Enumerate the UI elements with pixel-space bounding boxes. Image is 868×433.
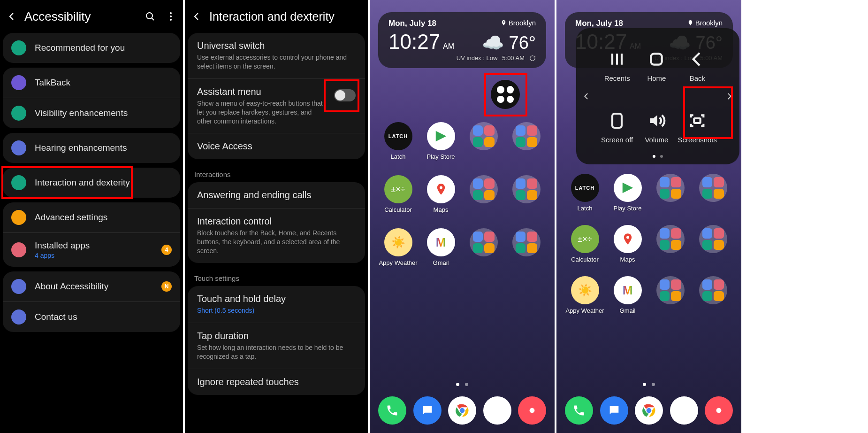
settings-row[interactable]: Recommended for you	[3, 33, 180, 63]
app-label: Calculator	[571, 256, 599, 263]
back-icon[interactable]	[6, 10, 18, 23]
app-icon[interactable]: Maps	[421, 175, 461, 213]
app-icon[interactable]: MGmail	[608, 276, 647, 314]
app-folder[interactable]	[650, 276, 690, 314]
assistant-menu-back[interactable]: Back	[678, 37, 717, 94]
location-text: Brooklyn	[501, 19, 536, 27]
camera-icon[interactable]	[518, 396, 546, 425]
row-badge: 4	[161, 245, 172, 255]
settings-row[interactable]: Hearing enhancements	[3, 133, 180, 163]
svg-point-14	[716, 408, 722, 413]
assistant-menu-prev[interactable]	[581, 89, 592, 103]
app-icon[interactable]: ±×÷Calculator	[565, 225, 605, 263]
svg-point-11	[626, 236, 629, 239]
app-folder[interactable]	[693, 174, 733, 212]
app-folder[interactable]	[650, 225, 690, 263]
assistant-menu-recents[interactable]: Recents	[599, 37, 635, 94]
settings-row[interactable]: Touch and hold delayShort (0.5 seconds)	[188, 286, 365, 323]
overflow-icon[interactable]	[164, 10, 177, 23]
home-screen-assistant-button: Mon, July 18 Brooklyn 10:27AM ☁️ 76° UV …	[370, 0, 555, 433]
assistant-menu-next[interactable]	[723, 89, 735, 103]
screenshot-icon	[687, 110, 708, 131]
camera-icon[interactable]	[705, 396, 733, 425]
weather-widget[interactable]: Mon, July 18 Brooklyn 10:27AM ☁️ 76° UV …	[378, 12, 546, 68]
settings-row[interactable]: Assistant menuShow a menu of easy-to-rea…	[188, 78, 365, 133]
toggle-switch[interactable]	[334, 89, 356, 101]
app-label: Maps	[620, 256, 635, 263]
app-folder[interactable]	[506, 228, 546, 266]
assistant-menu-volume[interactable]: Volume	[638, 98, 675, 156]
dock: ✱	[378, 396, 546, 425]
app-label: Gmail	[620, 307, 636, 314]
row-title: Ignore repeated touches	[197, 377, 356, 387]
assistant-menu-label: Screen off	[601, 136, 633, 144]
settings-list: Recommended for youTalkBackVisibility en…	[0, 33, 183, 332]
app-icon[interactable]: Play Store	[421, 122, 461, 160]
row-desc: Block touches for the Back, Home, and Re…	[197, 229, 356, 255]
settings-row[interactable]: Advanced settings	[3, 202, 180, 232]
home-screen-assistant-menu: Mon, July 18 Brooklyn 10:27AM ☁️ 76° UV …	[556, 0, 741, 433]
assistant-menu-screenshot[interactable]: Screenshots	[678, 98, 717, 156]
chrome-icon[interactable]	[635, 396, 663, 425]
settings-row[interactable]: Ignore repeated touches	[188, 369, 365, 395]
settings-row[interactable]: Visibility enhancements	[3, 98, 180, 128]
app-folder[interactable]	[506, 122, 546, 160]
uv-row: UV index : Low5:00 AM	[388, 54, 536, 62]
back-icon[interactable]	[190, 10, 203, 23]
app-icon[interactable]: Maps	[608, 225, 647, 263]
app-folder[interactable]	[464, 228, 503, 266]
phone-icon[interactable]	[378, 396, 406, 425]
row-subtitle: 4 apps	[35, 252, 153, 259]
chrome-icon[interactable]	[448, 396, 476, 425]
settings-row[interactable]: Installed apps4 apps4	[3, 232, 180, 267]
slack-icon[interactable]: ✱	[670, 396, 698, 425]
assistant-menu-home[interactable]: Home	[638, 37, 675, 94]
app-label: Appy Weather	[565, 307, 604, 314]
settings-row[interactable]: Tap durationSet how long an interaction …	[188, 323, 365, 369]
settings-row[interactable]: Contact us	[3, 302, 180, 332]
app-folder[interactable]	[464, 122, 503, 160]
row-subtitle: Short (0.5 seconds)	[197, 306, 356, 315]
app-icon[interactable]: ☀️Appy Weather	[565, 276, 605, 314]
app-folder[interactable]	[650, 174, 690, 212]
row-title: About Accessibility	[35, 281, 153, 292]
app-icon[interactable]: Play Store	[608, 174, 647, 212]
svg-rect-8	[651, 54, 662, 64]
screenoff-icon	[607, 110, 627, 131]
app-icon[interactable]: ±×÷Calculator	[378, 175, 418, 213]
slack-icon[interactable]: ✱	[483, 396, 511, 425]
settings-row[interactable]: TalkBack	[3, 68, 180, 98]
app-grid: LATCHLatchPlay Store±×÷CalculatorMaps☀️A…	[565, 174, 733, 314]
page-title: Accessibility	[24, 9, 136, 24]
messages-icon[interactable]	[600, 396, 628, 425]
app-folder[interactable]	[464, 175, 503, 213]
settings-row[interactable]: Voice Access	[188, 133, 365, 159]
search-icon[interactable]	[144, 10, 157, 23]
svg-rect-10	[694, 118, 700, 123]
assistant-menu-button[interactable]	[491, 80, 520, 109]
svg-point-4	[440, 186, 442, 189]
settings-row[interactable]: Universal switchUse external accessories…	[188, 33, 365, 78]
settings-row[interactable]: Interaction controlBlock touches for the…	[188, 208, 365, 263]
app-folder[interactable]	[693, 276, 733, 314]
app-icon[interactable]: LATCHLatch	[565, 174, 605, 212]
section-label: Interactions	[185, 164, 368, 182]
home-icon	[646, 49, 667, 70]
assistant-menu-label: Recents	[604, 74, 630, 82]
app-folder[interactable]	[506, 175, 546, 213]
app-icon[interactable]: MGmail	[421, 228, 461, 266]
page-dots	[556, 383, 741, 386]
messages-icon[interactable]	[413, 396, 442, 425]
app-icon[interactable]: LATCHLatch	[378, 122, 418, 160]
row-desc: Set how long an interaction needs to be …	[197, 343, 356, 361]
app-icon[interactable]: ☀️Appy Weather	[378, 228, 418, 266]
row-title: Interaction control	[197, 216, 356, 227]
settings-row[interactable]: Interaction and dexterity	[3, 168, 180, 198]
phone-icon[interactable]	[565, 396, 593, 425]
settings-row[interactable]: About AccessibilityN	[3, 271, 180, 302]
settings-row[interactable]: Answering and ending calls	[188, 182, 365, 208]
svg-point-3	[170, 19, 172, 21]
app-folder[interactable]	[693, 225, 733, 263]
assistant-menu-screenoff[interactable]: Screen off	[599, 98, 635, 156]
row-title: Answering and ending calls	[197, 190, 356, 201]
